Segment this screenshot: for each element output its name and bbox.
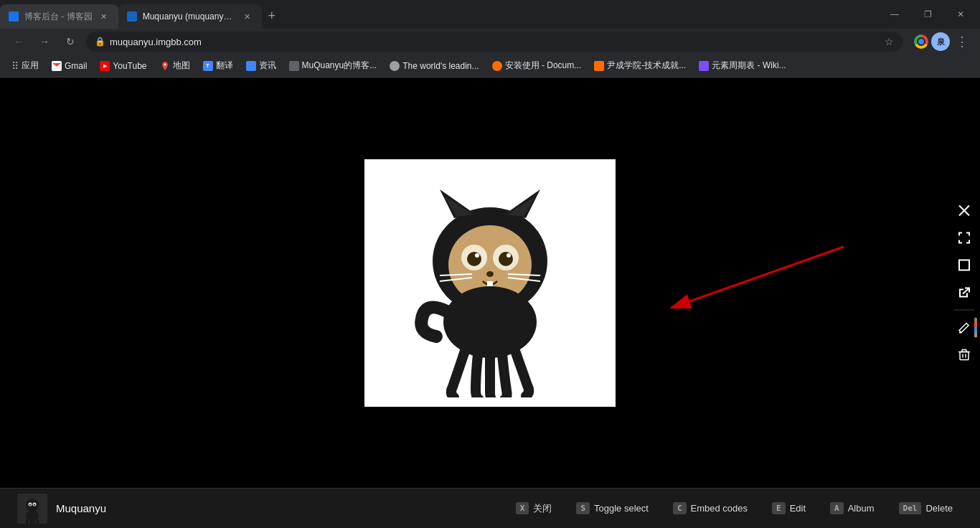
- svg-point-11: [499, 252, 513, 266]
- action-album[interactable]: A Album: [820, 496, 884, 520]
- bottom-bar: Muquanyu X 关闭 S Toggle select C Embed co…: [0, 488, 980, 528]
- svg-rect-15: [487, 281, 493, 286]
- action-delete-key: Del: [899, 502, 922, 514]
- action-toggle-select[interactable]: S Toggle select: [566, 496, 659, 520]
- svg-point-40: [34, 504, 35, 505]
- muquanyu-blog-label: MuQuanyu的博客...: [302, 60, 377, 72]
- yincheng-label: 尹成学院-技术成就...: [607, 60, 686, 72]
- octocat-image: [375, 168, 605, 397]
- url-bar[interactable]: 🔒 muquanyu.imgbb.com ☆: [86, 32, 903, 52]
- gmail-label: Gmail: [65, 61, 87, 71]
- action-edit[interactable]: E Edit: [762, 496, 816, 520]
- svg-line-42: [27, 518, 28, 524]
- bookmarks-bar: ⠿ 应用 Gmail YouTube 地图 T 翻译 资讯: [0, 55, 980, 77]
- svg-point-36: [26, 499, 39, 512]
- svg-point-39: [29, 504, 31, 505]
- tab-strip: 博客后台 - 博客园 ✕ Muquanyu (muquanyu) — Im...…: [0, 0, 878, 29]
- right-toolbar: [948, 192, 980, 374]
- user-name: Muquanyu: [56, 502, 106, 514]
- action-edit-key: E: [772, 502, 786, 514]
- world-leading-label: The world's leadin...: [402, 61, 479, 71]
- close-toolbar-button[interactable]: [951, 198, 977, 224]
- svg-point-20: [443, 286, 537, 358]
- svg-point-1: [164, 63, 166, 65]
- back-button[interactable]: ←: [9, 32, 29, 52]
- translate-favicon-icon: T: [203, 61, 213, 71]
- bottom-actions: X 关闭 S Toggle select C Embed codes E Edi…: [506, 496, 963, 521]
- fullscreen-button[interactable]: [951, 225, 977, 251]
- color-strip: [974, 318, 977, 338]
- refresh-button[interactable]: ↻: [60, 32, 80, 52]
- svg-line-22: [672, 247, 844, 308]
- periodic-favicon: [699, 61, 709, 71]
- tab-blog-close[interactable]: ✕: [98, 11, 110, 22]
- bookmarks-translate[interactable]: T 翻译: [197, 58, 239, 73]
- tab-blog-title: 博客后台 - 博客园: [24, 11, 93, 23]
- tab-blog-favicon: [9, 11, 19, 22]
- red-arrow: [650, 240, 851, 326]
- window-controls: — ❐ ✕: [878, 0, 980, 29]
- bookmarks-periodic[interactable]: 元素周期表 - Wiki...: [693, 58, 791, 73]
- muquanyu-blog-favicon: [289, 61, 299, 71]
- bookmarks-muquanyu-blog[interactable]: MuQuanyu的博客...: [283, 58, 383, 73]
- action-delete-label: Delete: [925, 503, 953, 514]
- action-embed-key: C: [673, 502, 687, 514]
- tab-imgbb-favicon: [127, 11, 137, 22]
- chrome-menu-button[interactable]: ⋮: [953, 34, 971, 50]
- news-favicon-icon: [246, 61, 256, 71]
- bookmarks-world-leading[interactable]: The world's leadin...: [384, 60, 484, 72]
- action-album-key: A: [830, 502, 844, 514]
- browser-frame: 博客后台 - 博客园 ✕ Muquanyu (muquanyu) — Im...…: [0, 0, 980, 528]
- maps-favicon-icon: [160, 61, 170, 71]
- profile-area: 泉 ⋮: [914, 32, 971, 51]
- action-close-label: 关闭: [533, 502, 552, 515]
- svg-line-45: [37, 518, 38, 524]
- forward-button[interactable]: →: [34, 32, 55, 52]
- toolbar-divider: [954, 310, 974, 311]
- translate-label: 翻译: [216, 60, 233, 72]
- action-toggle-label: Toggle select: [594, 503, 649, 514]
- svg-rect-28: [960, 352, 969, 360]
- action-embed-codes[interactable]: C Embed codes: [663, 496, 758, 520]
- bookmarks-gmail[interactable]: Gmail: [46, 60, 93, 72]
- action-close-key: X: [516, 502, 529, 514]
- apps-label: 应用: [22, 60, 39, 72]
- bookmarks-maps[interactable]: 地图: [154, 58, 196, 73]
- svg-point-12: [475, 253, 479, 258]
- bookmarks-install-doc[interactable]: 安装使用 - Docum...: [486, 58, 588, 73]
- tab-imgbb-title: Muquanyu (muquanyu) — Im...: [143, 11, 236, 22]
- bookmarks-youtube[interactable]: YouTube: [94, 60, 152, 72]
- svg-point-13: [507, 253, 511, 258]
- bookmarks-apps[interactable]: ⠿ 应用: [6, 58, 44, 73]
- yincheng-favicon: [594, 61, 604, 71]
- minimize-button[interactable]: —: [878, 3, 911, 26]
- edit-button[interactable]: [951, 315, 977, 341]
- close-button[interactable]: ✕: [944, 3, 977, 26]
- action-album-label: Album: [848, 503, 875, 514]
- svg-point-10: [467, 252, 481, 266]
- tab-blog[interactable]: 博客后台 - 博客园 ✕: [0, 4, 118, 29]
- bookmarks-news[interactable]: 资讯: [240, 58, 282, 73]
- profile-icon[interactable]: 泉: [931, 32, 950, 51]
- title-bar: 博客后台 - 博客园 ✕ Muquanyu (muquanyu) — Im...…: [0, 0, 980, 29]
- chrome-logo: [914, 34, 928, 49]
- action-delete[interactable]: Del Delete: [889, 496, 963, 520]
- news-label: 资讯: [259, 60, 276, 72]
- action-edit-label: Edit: [790, 503, 806, 514]
- world-leading-favicon: [390, 61, 400, 71]
- share-button[interactable]: [951, 280, 977, 306]
- svg-rect-25: [959, 260, 969, 270]
- new-tab-button[interactable]: +: [262, 6, 282, 26]
- bookmark-star[interactable]: ☆: [885, 36, 894, 47]
- periodic-label: 元素周期表 - Wiki...: [712, 60, 786, 72]
- youtube-favicon-icon: [100, 61, 110, 71]
- tab-imgbb-close[interactable]: ✕: [242, 11, 253, 22]
- maximize-button[interactable]: ❐: [911, 3, 944, 26]
- delete-button[interactable]: [951, 342, 977, 368]
- bookmarks-yincheng[interactable]: 尹成学院-技术成就...: [588, 58, 692, 73]
- tab-imgbb[interactable]: Muquanyu (muquanyu) — Im... ✕: [118, 4, 262, 29]
- square-button[interactable]: [951, 253, 977, 278]
- action-close[interactable]: X 关闭: [506, 496, 562, 521]
- install-doc-favicon: [492, 61, 502, 71]
- content-area: [0, 77, 980, 488]
